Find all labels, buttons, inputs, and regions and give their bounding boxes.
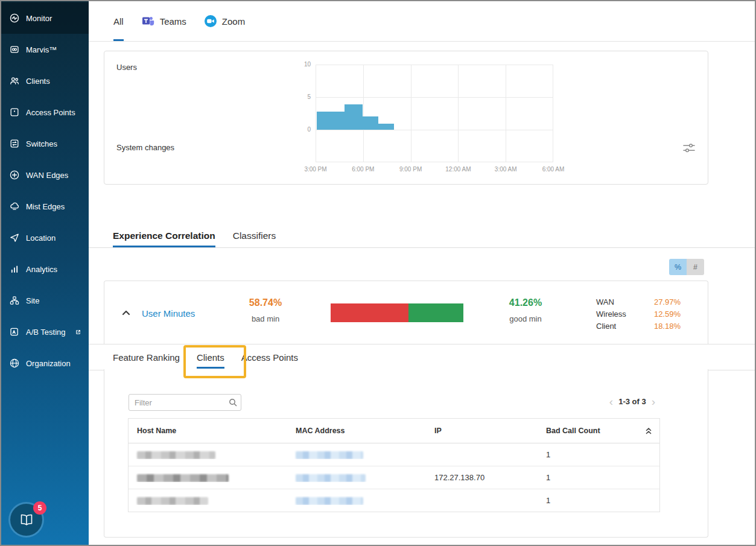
y-tick-label: 0 (297, 126, 311, 133)
tab-zoom[interactable]: Zoom (205, 1, 245, 41)
tab-classifiers[interactable]: Classifiers (233, 224, 276, 247)
bad-minutes-block: 58.74% bad min (232, 297, 299, 323)
sidebar-item-label: Marvis™ (26, 45, 57, 54)
sidebar: Monitor Marvis™ Clients Access Points (1, 1, 89, 545)
column-header-host-name[interactable]: Host Name (129, 427, 287, 435)
impact-breakdown: WAN 27.97% Wireless 12.59% Client 18.18% (596, 296, 681, 332)
tab-clients[interactable]: Clients (197, 344, 224, 370)
breakdown-label: WAN (596, 297, 614, 306)
redacted-mac-address (296, 474, 366, 482)
collapse-chevron-icon[interactable] (122, 308, 130, 317)
help-button[interactable]: 5 (10, 504, 42, 536)
analytics-icon (9, 264, 20, 275)
breakdown-value: 12.59% (654, 310, 681, 319)
sidebar-item-wan-edges[interactable]: WAN Edges (1, 159, 89, 191)
table-row[interactable]: 1 (129, 443, 659, 466)
column-header-mac-address[interactable]: MAC Address (287, 427, 426, 435)
sidebar-item-label: WAN Edges (26, 171, 68, 180)
sidebar-item-marvis[interactable]: Marvis™ (1, 34, 89, 65)
table-row[interactable]: 1 (129, 489, 659, 512)
users-label: Users (116, 63, 137, 72)
organization-icon (9, 358, 20, 369)
sidebar-item-clients[interactable]: Clients (1, 65, 89, 97)
search-icon (229, 398, 237, 407)
sidebar-item-mist-edges[interactable]: Mist Edges (1, 191, 89, 222)
sidebar-item-label: Analytics (26, 265, 57, 274)
table-header-row: Host Name MAC Address IP Bad Call Count (129, 419, 659, 443)
detail-tabs: Feature Ranking Clients Access Points (89, 344, 755, 370)
sidebar-item-ab-testing[interactable]: A/B Testing (1, 316, 89, 348)
percent-toggle-button[interactable]: % (669, 259, 687, 275)
site-icon (9, 295, 20, 306)
next-page-icon[interactable]: › (652, 396, 655, 407)
sidebar-item-label: A/B Testing (26, 328, 66, 337)
bad-minutes-label: bad min (232, 314, 299, 323)
grid-line (316, 162, 553, 162)
external-link-icon (75, 329, 81, 335)
sidebar-item-switches[interactable]: Switches (1, 128, 89, 159)
column-header-bad-call-count[interactable]: Bad Call Count (538, 427, 637, 435)
filter-input[interactable] (129, 394, 241, 411)
sidebar-item-organization[interactable]: Organization (1, 348, 89, 379)
column-header-ip[interactable]: IP (426, 427, 538, 435)
breakdown-label: Wireless (596, 310, 626, 319)
chart-bars (316, 65, 553, 130)
marvis-icon (9, 44, 20, 55)
user-minutes-link[interactable]: User Minutes (142, 308, 195, 319)
users-chart: 10 5 0 3:00 PM 6:00 PM 9:00 PM 12:00 AM … (316, 65, 553, 162)
table-row[interactable]: 172.27.138.70 1 (129, 466, 659, 489)
users-bar (345, 104, 363, 130)
tab-all[interactable]: All (113, 1, 124, 41)
timeline-settings-button[interactable] (681, 142, 697, 156)
users-bar (317, 112, 345, 130)
tab-teams[interactable]: Teams (142, 1, 186, 41)
notification-badge: 5 (33, 501, 46, 515)
sidebar-item-monitor[interactable]: Monitor (1, 2, 89, 34)
x-tick-label: 12:00 AM (445, 166, 471, 173)
bad-minutes-segment (331, 303, 408, 322)
x-tick-label: 6:00 AM (542, 166, 565, 173)
wan-edges-icon (9, 170, 20, 180)
breakdown-value: 18.18% (654, 322, 681, 331)
sidebar-item-label: Clients (26, 77, 50, 86)
bad-minutes-percent: 58.74% (232, 297, 299, 308)
clients-icon (9, 75, 20, 86)
sidebar-item-label: Site (26, 296, 39, 305)
good-minutes-percent: 41.26% (492, 297, 559, 308)
count-toggle-button[interactable]: # (687, 259, 704, 275)
redacted-host-name (137, 474, 229, 482)
sidebar-item-access-points[interactable]: Access Points (1, 97, 89, 128)
redacted-host-name (137, 451, 215, 459)
breakdown-row-wireless: Wireless 12.59% (596, 308, 681, 320)
tab-teams-label: Teams (160, 16, 186, 27)
sidebar-item-label: Monitor (26, 14, 52, 23)
user-minutes-card: User Minutes 58.74% bad min 41.26% good … (104, 281, 708, 344)
app-type-tabs: All Teams Zoom (89, 1, 755, 42)
y-tick-label: 5 (297, 94, 311, 101)
x-tick-label: 9:00 PM (399, 166, 422, 173)
sidebar-item-analytics[interactable]: Analytics (1, 253, 89, 285)
minutes-distribution-bar (331, 303, 463, 322)
sidebar-item-label: Switches (26, 139, 57, 148)
sidebar-item-location[interactable]: Location (1, 222, 89, 253)
book-icon (19, 513, 34, 527)
tab-access-points[interactable]: Access Points (241, 344, 298, 370)
tab-feature-ranking[interactable]: Feature Ranking (113, 344, 180, 370)
bad-call-count-cell: 1 (538, 473, 637, 482)
breakdown-row-wan: WAN 27.97% (596, 296, 681, 308)
collapse-rows-icon[interactable] (637, 427, 659, 435)
prev-page-icon[interactable]: ‹ (609, 396, 613, 407)
redacted-mac-address (296, 451, 363, 459)
clients-table: Host Name MAC Address IP Bad Call Count … (128, 418, 660, 512)
breakdown-value: 27.97% (654, 297, 681, 306)
sidebar-item-site[interactable]: Site (1, 285, 89, 316)
tab-experience-correlation[interactable]: Experience Correlation (113, 224, 215, 247)
correlation-tabs: Experience Correlation Classifiers (89, 224, 755, 248)
tab-zoom-label: Zoom (222, 16, 245, 27)
tab-label: Experience Correlation (113, 230, 215, 241)
x-tick-label: 3:00 AM (495, 166, 517, 173)
access-points-icon (9, 107, 20, 118)
tab-label: Clients (197, 352, 224, 363)
ab-testing-icon (9, 326, 20, 337)
pagination: ‹ 1-3 of 3 › (609, 396, 655, 407)
